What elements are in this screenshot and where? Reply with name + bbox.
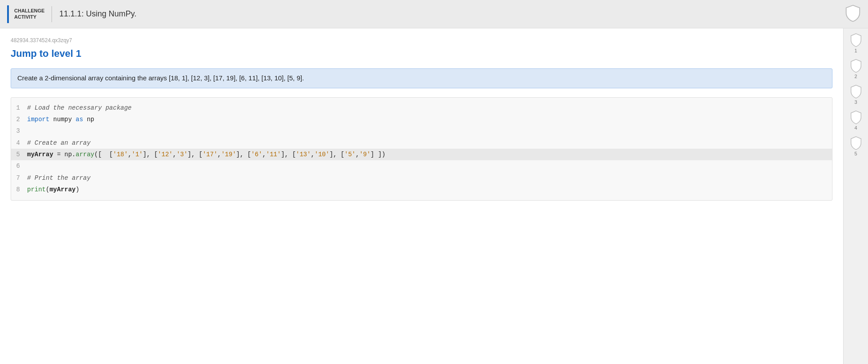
level-number-1: 1	[854, 48, 857, 53]
line-number-1: 1	[11, 103, 27, 113]
code-content-7: # Print the array	[27, 173, 832, 183]
activity-title: 11.1.1: Using NumPy.	[59, 9, 136, 19]
code-content-2: import numpy as np	[27, 115, 832, 124]
level-item-4[interactable]: 4	[850, 110, 862, 131]
level-item-5[interactable]: 5	[850, 136, 862, 156]
level-item-2[interactable]: 2	[850, 59, 862, 79]
content-area: 482934.3374524.qx3zqy7 Jump to level 1 C…	[0, 28, 843, 364]
code-line-7: 7 # Print the array	[11, 172, 832, 184]
line-number-2: 2	[11, 115, 27, 124]
main-container: 482934.3374524.qx3zqy7 Jump to level 1 C…	[0, 28, 868, 364]
code-content-3	[27, 126, 832, 136]
code-line-8: 8 print(myArray)	[11, 184, 832, 195]
jump-to-level[interactable]: Jump to level 1	[11, 48, 832, 59]
level-number-3: 3	[854, 99, 857, 105]
right-sidebar: 1 2 3 4 5	[843, 28, 868, 364]
activity-id: 482934.3374524.qx3zqy7	[11, 37, 832, 44]
line-number-5: 5	[11, 150, 27, 159]
task-description: Create a 2-dimensional array containing …	[11, 68, 832, 88]
code-line-4: 4 # Create an array	[11, 137, 832, 149]
code-content-5: myArray = np.array([ ['18','1'], ['12','…	[27, 150, 832, 159]
code-line-1: 1 # Load the necessary package	[11, 102, 832, 114]
code-content-1: # Load the necessary package	[27, 103, 832, 113]
code-line-6: 6	[11, 160, 832, 172]
line-number-3: 3	[11, 126, 27, 136]
code-content-8: print(myArray)	[27, 185, 832, 194]
header-divider	[52, 6, 52, 22]
level-number-4: 4	[854, 125, 857, 131]
level-number-5: 5	[854, 151, 857, 156]
header: CHALLENGE ACTIVITY 11.1.1: Using NumPy.	[0, 0, 868, 28]
level-item-3[interactable]: 3	[850, 84, 862, 105]
line-number-4: 4	[11, 138, 27, 148]
code-editor[interactable]: 1 # Load the necessary package 2 import …	[11, 97, 832, 201]
code-line-3: 3	[11, 125, 832, 137]
line-number-7: 7	[11, 173, 27, 183]
line-number-6: 6	[11, 161, 27, 171]
level-item-1[interactable]: 1	[850, 33, 862, 53]
code-line-5: 5 myArray = np.array([ ['18','1'], ['12'…	[11, 149, 832, 160]
header-badge	[845, 4, 861, 24]
header-accent-bar	[7, 5, 9, 23]
level-number-2: 2	[854, 74, 857, 79]
line-number-8: 8	[11, 185, 27, 194]
challenge-label: CHALLENGE ACTIVITY	[14, 8, 44, 20]
code-content-4: # Create an array	[27, 138, 832, 148]
code-content-6	[27, 161, 832, 171]
code-line-2: 2 import numpy as np	[11, 114, 832, 125]
